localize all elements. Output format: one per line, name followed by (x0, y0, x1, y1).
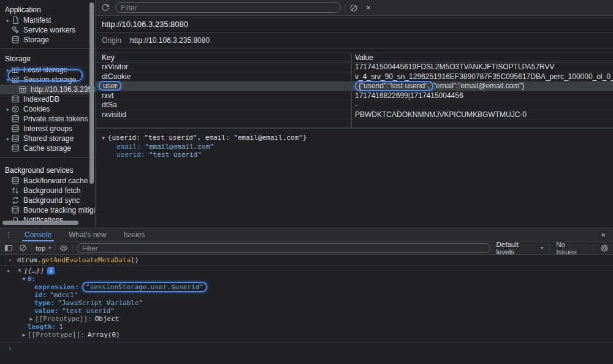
console-toolbar: top ▾ Default levels ▾ No Issues (0, 241, 613, 255)
up-down-icon (11, 186, 20, 195)
sidebar-item-label: Back/forward cache (23, 176, 88, 185)
value-column-header[interactable]: Value (351, 53, 613, 62)
table-row[interactable]: dtSa - (96, 100, 613, 110)
sidebar-item-bounce-tracking-mitigations[interactable]: Bounce tracking mitigati (0, 205, 95, 215)
storage-key: dtCookie (96, 72, 351, 81)
sidebar-item-local-storage[interactable]: ▸ Local storage (0, 65, 95, 75)
sidebar-item-label: Private state tokens (23, 115, 88, 123)
storage-value: 171741500445619FDSL2M5O3TVANKJFTISOPTLPA… (351, 63, 613, 71)
more-options-icon[interactable]: ⋮ (5, 230, 12, 239)
triangle-down-icon[interactable]: ▼ (102, 135, 105, 141)
chevron-right-icon[interactable]: ▸ (5, 67, 11, 73)
triangle-down-icon[interactable]: ▼ (16, 268, 23, 273)
chevron-right-icon[interactable]: ▸ (5, 136, 11, 142)
origin-row: Origin http://10.106.3.235:8080 (96, 32, 613, 48)
clear-console-icon[interactable] (18, 243, 28, 253)
sidebar-item-background-fetch[interactable]: Background fetch (0, 186, 95, 195)
sidebar-item-manifest[interactable]: ▸ Manifest (0, 15, 95, 25)
console-sidebar-toggle-icon[interactable] (4, 243, 13, 253)
sidebar-item-cache-storage[interactable]: Cache storage (0, 143, 95, 153)
prop-value: "test userid" (149, 151, 202, 159)
issues-counter[interactable]: No Issues (556, 241, 587, 256)
database-icon (11, 176, 20, 185)
table-row-selected[interactable]: user {"userid":"test userid","email":"em… (96, 82, 613, 91)
sidebar-item-session-storage-origin[interactable]: http://10.106.3.235:80 (0, 85, 90, 94)
console-settings-gear-icon[interactable] (600, 243, 609, 253)
sidebar-item-background-sync[interactable]: Background sync (0, 195, 95, 205)
table-row[interactable]: rxvisitid PBWDKTCADOKNMNMJVKPICUMKBGWTMU… (96, 110, 613, 120)
key-column-header[interactable]: Key (96, 53, 351, 62)
tree-row-prototype-object[interactable]: ▶ [[Prototype]]: Object (0, 315, 613, 323)
default-levels-dropdown[interactable]: Default levels (497, 241, 538, 256)
clear-all-icon[interactable] (349, 3, 359, 13)
command-object: dtrum. (17, 256, 42, 264)
refresh-icon[interactable] (101, 3, 110, 13)
storage-value: v_4_srv_90_sn_1296251916EF3890787F35C095… (351, 72, 613, 81)
close-drawer-icon[interactable]: × (601, 230, 606, 240)
context-selector[interactable]: top (36, 245, 45, 252)
eye-icon[interactable] (59, 243, 69, 253)
table-row[interactable]: rxvt 1717416822699|1717415004456 (96, 91, 613, 101)
chevron-down-icon[interactable]: ▾ (5, 77, 11, 83)
sidebar-item-service-workers[interactable]: Service workers (0, 25, 95, 35)
tab-issues[interactable]: Issues (118, 229, 151, 241)
tree-value: "test userid" (62, 307, 115, 315)
tree-key: id: (34, 291, 47, 299)
sidebar-item-label: Service workers (23, 26, 75, 34)
sidebar-item-label: Interest groups (23, 124, 72, 133)
preview-summary: {userid: "test userid", email: "email@em… (108, 134, 307, 142)
triangle-right-icon[interactable]: ▶ (20, 332, 28, 338)
tab-whats-new[interactable]: What's new (63, 229, 113, 241)
table-icon (18, 85, 27, 94)
tree-row-type: type: "JavaScript Variable" (0, 299, 613, 307)
sidebar-item-label: Manifest (23, 16, 51, 25)
sidebar-item-private-state-tokens[interactable]: Private state tokens (0, 114, 95, 124)
application-sidebar: Application ▸ Manifest Service workers S… (0, 0, 96, 228)
console-result-entry[interactable]: ◂ ▼ [{…}] i ▼ 0: expression: "sessionSto… (0, 266, 613, 343)
sidebar-item-shared-storage[interactable]: ▸ Shared storage (0, 134, 95, 143)
sidebar-item-session-storage[interactable]: ▾ Session storage (0, 75, 95, 85)
chevron-right-icon[interactable]: ▸ (5, 18, 11, 23)
storage-domain-header: http://10.106.3.235:8080 (96, 16, 613, 32)
sidebar-horizontal-scrollbar[interactable] (2, 221, 78, 225)
section-title-storage: Storage (0, 53, 95, 65)
console-filter-input[interactable] (77, 243, 490, 253)
divider (345, 4, 345, 12)
tab-console[interactable]: Console (18, 229, 58, 241)
sidebar-item-indexeddb[interactable]: IndexedDB (0, 94, 95, 104)
console-command-entry[interactable]: › dtrum.getAndEvaluateMetaData() (0, 255, 613, 266)
console-prompt[interactable]: › (0, 343, 613, 354)
sidebar-item-cookies[interactable]: ▸ Cookies (0, 104, 95, 114)
sidebar-item-back-forward-cache[interactable]: Back/forward cache (0, 176, 95, 186)
return-value-icon: ◂ (6, 267, 16, 274)
annotation-user-key: user (99, 81, 121, 91)
table-row[interactable]: rxVisitor 171741500445619FDSL2M5O3TVANKJ… (96, 63, 613, 72)
sidebar-item-interest-groups[interactable]: Interest groups (0, 124, 95, 134)
sidebar-item-label: Background sync (23, 196, 80, 205)
triangle-right-icon[interactable]: ▶ (28, 316, 35, 322)
tree-row-prototype-array[interactable]: ▶ [[Prototype]]: Array(0) (0, 331, 613, 339)
result-line[interactable]: ◂ ▼ [{…}] i (0, 266, 613, 275)
storage-filter-input[interactable] (115, 2, 341, 13)
storage-panel: × http://10.106.3.235:8080 Origin http:/… (96, 0, 613, 228)
preview-summary-row[interactable]: ▼{userid: "test userid", email: "email@e… (102, 134, 613, 143)
divider (0, 157, 95, 157)
storage-value: - (351, 100, 613, 109)
chevron-right-icon[interactable]: ▸ (5, 107, 11, 112)
info-icon[interactable]: i (47, 267, 55, 275)
sidebar-item-label: Bounce tracking mitigati (23, 206, 96, 214)
cookie-icon (11, 105, 20, 113)
annotation-user-value: {"userid":"test userid", (355, 81, 433, 91)
storage-value-rest: "email":"email@email.com"} (433, 82, 525, 90)
file-icon (11, 16, 20, 25)
command-chevron-icon: › (8, 256, 12, 264)
sidebar-item-storage[interactable]: Storage (0, 35, 95, 45)
table-row[interactable]: dtCookie v_4_srv_90_sn_1296251916EF38907… (96, 72, 613, 82)
column-divider[interactable] (351, 53, 352, 127)
tree-key: value: (34, 307, 59, 315)
delete-selected-icon[interactable]: × (364, 3, 373, 13)
triangle-down-icon[interactable]: ▼ (20, 276, 28, 282)
sidebar-vertical-scrollbar[interactable] (89, 2, 94, 184)
storage-value: PBWDKTCADOKNMNMJVKPICUMKBGWTMUJC-0 (351, 110, 613, 119)
value-preview-pane: ▼{userid: "test userid", email: "email@e… (96, 129, 613, 159)
